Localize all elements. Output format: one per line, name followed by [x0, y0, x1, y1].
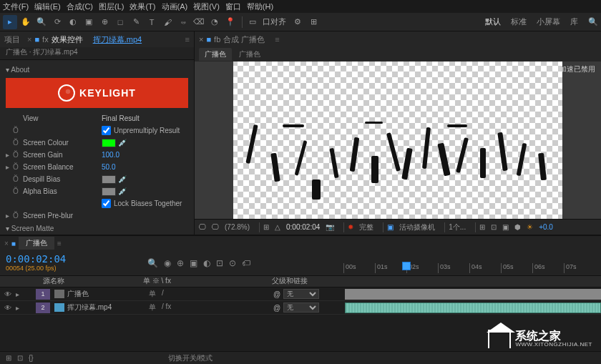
layer-name[interactable]: 广播色: [67, 289, 145, 299]
unpremult-checkbox[interactable]: [102, 126, 111, 135]
monitor2-icon[interactable]: 🖵: [212, 223, 219, 231]
layer-bar[interactable]: [345, 289, 601, 300]
layer-bar[interactable]: [345, 302, 601, 313]
tl-footer-icon1[interactable]: ⊞: [6, 354, 11, 362]
tl-tool7-icon[interactable]: 🏷: [242, 258, 250, 268]
roto-tool-icon[interactable]: ◔: [207, 15, 222, 29]
col-source[interactable]: 源名称: [43, 277, 64, 285]
rotate-tool-icon[interactable]: ◐: [66, 15, 80, 29]
menu-layer[interactable]: 图层(L): [99, 1, 124, 12]
zoom-tool-icon[interactable]: 🔍: [34, 15, 49, 29]
search-icon[interactable]: 🔍: [147, 258, 158, 268]
eyedropper-icon[interactable]: 💉: [118, 187, 128, 196]
snap-opt2-icon[interactable]: ⊞: [306, 15, 321, 29]
alpha-bias-swatch[interactable]: [102, 187, 116, 196]
text-tool-icon[interactable]: T: [145, 15, 159, 29]
parent-dropdown[interactable]: 无: [283, 302, 319, 313]
channel-icon[interactable]: △: [275, 223, 280, 231]
tl-tool3-icon[interactable]: ▣: [190, 258, 197, 268]
guides-icon[interactable]: ⊡: [491, 223, 497, 231]
mask-icon[interactable]: ▣: [502, 223, 509, 231]
shape-tool-icon[interactable]: □: [113, 15, 127, 29]
tab-effect-controls[interactable]: 效果控件: [52, 34, 83, 45]
workspace-lib[interactable]: 库: [570, 16, 578, 27]
pickwhip-icon[interactable]: @: [273, 290, 280, 298]
timecode-display[interactable]: 0:00:02:04: [286, 223, 320, 231]
exposure-icon[interactable]: ☀: [527, 223, 533, 231]
snapshot-icon[interactable]: 📷: [326, 223, 334, 231]
toggle-switches[interactable]: 切换开关/模式: [168, 353, 213, 363]
workspace-standard[interactable]: 标准: [511, 16, 527, 27]
comp-sub-tab-2[interactable]: 广播色: [239, 49, 260, 59]
layer-name[interactable]: 挥刀绿幕.mp4: [67, 302, 145, 313]
screen-balance-value[interactable]: 50.0: [102, 163, 115, 171]
tl-tool1-icon[interactable]: ◉: [164, 258, 171, 268]
layer-row[interactable]: 👁▸ 1 广播色 单/ @ 无: [0, 287, 601, 301]
eyedropper-icon[interactable]: 💉: [118, 139, 128, 147]
tl-tool5-icon[interactable]: ⊡: [216, 258, 223, 268]
menu-view[interactable]: 视图(V): [193, 1, 220, 12]
tl-footer-icon3[interactable]: {}: [29, 354, 34, 362]
eraser-tool-icon[interactable]: ⌫: [192, 15, 206, 29]
tab-project[interactable]: 项目: [4, 34, 20, 45]
layer-row[interactable]: 👁▸ 2 挥刀绿幕.mp4 单/ fx @ 无: [0, 301, 601, 315]
parent-dropdown[interactable]: 无: [283, 289, 319, 299]
lock-biases-checkbox[interactable]: [102, 199, 111, 208]
tl-tool6-icon[interactable]: ⊙: [229, 258, 236, 268]
eyedropper-icon[interactable]: 💉: [118, 175, 128, 184]
hand-tool-icon[interactable]: ✋: [19, 15, 33, 29]
exposure-value[interactable]: +0.0: [539, 223, 553, 231]
pen-tool-icon[interactable]: ✎: [129, 15, 143, 29]
playhead[interactable]: [402, 262, 411, 270]
snap-label[interactable]: 口对齐: [263, 16, 286, 27]
region-icon[interactable]: ▣: [387, 223, 394, 231]
tl-tool2-icon[interactable]: ⊕: [177, 258, 184, 268]
effect-source-link[interactable]: 挥刀绿幕.mp4: [93, 34, 142, 45]
timeline-tab[interactable]: 广播色: [19, 237, 54, 250]
menu-window[interactable]: 窗口: [225, 1, 241, 12]
screen-colour-swatch[interactable]: [102, 139, 116, 147]
brush-tool-icon[interactable]: 🖌: [160, 15, 175, 29]
time-ruler[interactable]: 00s 01s 02s 03s 04s 05s 06s 07s: [343, 250, 601, 275]
monitor-icon[interactable]: 🖵: [199, 223, 206, 231]
view-dropdown[interactable]: Final Result: [102, 114, 140, 122]
pickwhip-icon[interactable]: @: [273, 304, 280, 312]
menu-file[interactable]: 文件(F): [3, 1, 29, 12]
menu-anim[interactable]: 动画(A): [162, 1, 188, 12]
camera-dropdown[interactable]: 活动摄像机: [399, 222, 435, 232]
quality-dropdown[interactable]: 完整: [359, 222, 373, 232]
viewer[interactable]: 显示加速已禁用: [195, 62, 601, 219]
menu-effect[interactable]: 效果(T): [130, 1, 155, 12]
grid-icon[interactable]: ⊞: [479, 223, 485, 231]
workspace-small[interactable]: 小屏幕: [537, 16, 560, 27]
menu-help[interactable]: 帮助(H): [247, 1, 273, 12]
current-timecode[interactable]: 0:00:02:04: [6, 253, 137, 265]
camera-tool-icon[interactable]: ▣: [82, 15, 96, 29]
tab-composition[interactable]: 合成 广播色: [223, 34, 265, 45]
screen-gain-value[interactable]: 100.0: [102, 151, 119, 159]
snap-opt-icon[interactable]: ⚙: [290, 15, 305, 29]
about-header[interactable]: ▾ About: [6, 66, 188, 74]
tl-footer-icon2[interactable]: ⊡: [17, 354, 23, 362]
puppet-tool-icon[interactable]: 📍: [223, 15, 238, 29]
resolution-icon[interactable]: ⊞: [263, 223, 269, 231]
menu-comp[interactable]: 合成(C): [67, 1, 93, 12]
workspace-default[interactable]: 默认: [485, 16, 501, 27]
eye-icon[interactable]: 👁: [4, 290, 11, 298]
views-dropdown[interactable]: 1个...: [449, 222, 466, 232]
clone-tool-icon[interactable]: ⎃: [176, 15, 190, 29]
search-icon[interactable]: 🔍: [588, 17, 598, 26]
snap-icon[interactable]: ▭: [245, 15, 260, 29]
comp-sub-tab[interactable]: 广播色: [199, 48, 232, 61]
orbit-tool-icon[interactable]: ⟳: [50, 15, 64, 29]
selection-tool-icon[interactable]: ▸: [3, 15, 17, 29]
despill-swatch[interactable]: [102, 175, 116, 184]
tl-tool4-icon[interactable]: ◐: [203, 258, 210, 268]
screen-matte-header[interactable]: ▾ Screen Matte: [6, 225, 188, 232]
zoom-value[interactable]: (72.8%): [225, 223, 250, 231]
anchor-tool-icon[interactable]: ⊕: [97, 15, 112, 29]
eye-icon[interactable]: 👁: [4, 304, 11, 312]
color-mgmt-icon[interactable]: ✸: [348, 223, 353, 231]
3d-icon[interactable]: ⬢: [514, 223, 521, 231]
menu-edit[interactable]: 编辑(E): [34, 1, 61, 12]
